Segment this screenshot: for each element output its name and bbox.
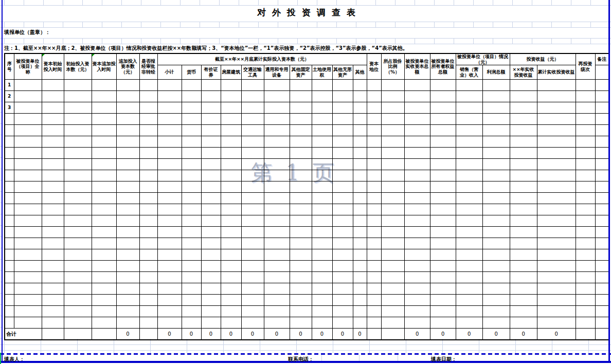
cell-r19-c3[interactable] xyxy=(42,283,64,295)
cell-r14-c3[interactable] xyxy=(42,227,64,238)
cell-r8-c25[interactable] xyxy=(537,159,576,170)
cell-r3-c17[interactable] xyxy=(353,102,367,114)
cell-r15-c18[interactable] xyxy=(367,238,381,249)
cell-r1-c18[interactable] xyxy=(367,80,381,91)
cell-r10-c13[interactable] xyxy=(264,181,290,193)
cell-seq-r2[interactable]: 2 xyxy=(5,91,14,102)
cell-r17-c11[interactable] xyxy=(221,261,241,272)
cell-r10-c6[interactable] xyxy=(116,181,139,193)
cell-r13-c14[interactable] xyxy=(290,215,312,227)
cell-r13-c13[interactable] xyxy=(264,215,290,227)
cell-r1-c3[interactable] xyxy=(42,80,64,91)
cell-r12-c12[interactable] xyxy=(241,204,264,215)
cell-r13-c11[interactable] xyxy=(221,215,241,227)
cell-r21-c18[interactable] xyxy=(367,306,381,317)
cell-r3-c2[interactable] xyxy=(14,102,42,114)
cell-r13-c8[interactable] xyxy=(157,215,182,227)
cell-r6-c23[interactable] xyxy=(482,136,510,148)
cell-r10-c20[interactable] xyxy=(404,181,430,193)
cell-r20-c2[interactable] xyxy=(14,295,42,306)
cell-r16-c25[interactable] xyxy=(537,249,576,261)
cell-r5-c15[interactable] xyxy=(312,125,332,136)
cell-r21-c27[interactable] xyxy=(595,306,609,317)
cell-r20-c13[interactable] xyxy=(264,295,290,306)
cell-seq-r17[interactable] xyxy=(5,261,14,272)
cell-r4-c2[interactable] xyxy=(14,114,42,125)
cell-r3-c15[interactable] xyxy=(312,102,332,114)
cell-r21-c14[interactable] xyxy=(290,306,312,317)
cell-r22-c24[interactable] xyxy=(510,317,537,329)
cell-r17-c8[interactable] xyxy=(157,261,182,272)
cell-r1-c20[interactable] xyxy=(404,80,430,91)
cell-r18-c25[interactable] xyxy=(537,272,576,283)
cell-r12-c7[interactable] xyxy=(139,204,157,215)
cell-r12-c16[interactable] xyxy=(332,204,353,215)
cell-r9-c19[interactable] xyxy=(381,170,404,181)
cell-r12-c24[interactable] xyxy=(510,204,537,215)
cell-r12-c20[interactable] xyxy=(404,204,430,215)
cell-r20-c22[interactable] xyxy=(456,295,482,306)
cell-r10-c11[interactable] xyxy=(221,181,241,193)
cell-r1-c12[interactable] xyxy=(241,80,264,91)
cell-r19-c2[interactable] xyxy=(14,283,42,295)
cell-r12-c13[interactable] xyxy=(264,204,290,215)
cell-r19-c12[interactable] xyxy=(241,283,264,295)
cell-r10-c24[interactable] xyxy=(510,181,537,193)
cell-r1-c23[interactable] xyxy=(482,80,510,91)
cell-r17-c10[interactable] xyxy=(201,261,221,272)
cell-r21-c10[interactable] xyxy=(201,306,221,317)
cell-r19-c13[interactable] xyxy=(264,283,290,295)
cell-r1-c22[interactable] xyxy=(456,80,482,91)
cell-r11-c23[interactable] xyxy=(482,193,510,204)
cell-r16-c7[interactable] xyxy=(139,249,157,261)
cell-r15-c3[interactable] xyxy=(42,238,64,249)
cell-r22-c3[interactable] xyxy=(42,317,64,329)
cell-r7-c4[interactable] xyxy=(64,148,92,159)
cell-r21-c17[interactable] xyxy=(353,306,367,317)
cell-seq-r15[interactable] xyxy=(5,238,14,249)
cell-r2-c22[interactable] xyxy=(456,91,482,102)
cell-r1-c24[interactable] xyxy=(510,80,537,91)
cell-r11-c26[interactable] xyxy=(576,193,595,204)
cell-r21-c22[interactable] xyxy=(456,306,482,317)
cell-r17-c27[interactable] xyxy=(595,261,609,272)
cell-r19-c7[interactable] xyxy=(139,283,157,295)
cell-r17-c18[interactable] xyxy=(367,261,381,272)
cell-r7-c11[interactable] xyxy=(221,148,241,159)
cell-r2-c16[interactable] xyxy=(332,91,353,102)
cell-r2-c18[interactable] xyxy=(367,91,381,102)
cell-r7-c23[interactable] xyxy=(482,148,510,159)
cell-r11-c5[interactable] xyxy=(92,193,116,204)
cell-r20-c18[interactable] xyxy=(367,295,381,306)
cell-r21-c9[interactable] xyxy=(182,306,201,317)
cell-r21-c12[interactable] xyxy=(241,306,264,317)
cell-r10-c16[interactable] xyxy=(332,181,353,193)
cell-r10-c5[interactable] xyxy=(92,181,116,193)
cell-r13-c25[interactable] xyxy=(537,215,576,227)
cell-r11-c14[interactable] xyxy=(290,193,312,204)
cell-r5-c26[interactable] xyxy=(576,125,595,136)
cell-r17-c21[interactable] xyxy=(430,261,456,272)
cell-r6-c7[interactable] xyxy=(139,136,157,148)
cell-r22-c10[interactable] xyxy=(201,317,221,329)
cell-r19-c25[interactable] xyxy=(537,283,576,295)
cell-r2-c9[interactable] xyxy=(182,91,201,102)
cell-r6-c26[interactable] xyxy=(576,136,595,148)
cell-r12-c18[interactable] xyxy=(367,204,381,215)
cell-r7-c21[interactable] xyxy=(430,148,456,159)
cell-r8-c13[interactable] xyxy=(264,159,290,170)
cell-r5-c23[interactable] xyxy=(482,125,510,136)
cell-r8-c24[interactable] xyxy=(510,159,537,170)
cell-r7-c9[interactable] xyxy=(182,148,201,159)
cell-r15-c7[interactable] xyxy=(139,238,157,249)
cell-r22-c21[interactable] xyxy=(430,317,456,329)
cell-r9-c24[interactable] xyxy=(510,170,537,181)
cell-r19-c4[interactable] xyxy=(64,283,92,295)
cell-r12-c25[interactable] xyxy=(537,204,576,215)
cell-r2-c7[interactable] xyxy=(139,91,157,102)
cell-r22-c19[interactable] xyxy=(381,317,404,329)
cell-r20-c6[interactable] xyxy=(116,295,139,306)
cell-r1-c10[interactable] xyxy=(201,80,221,91)
cell-r14-c22[interactable] xyxy=(456,227,482,238)
cell-r11-c17[interactable] xyxy=(353,193,367,204)
